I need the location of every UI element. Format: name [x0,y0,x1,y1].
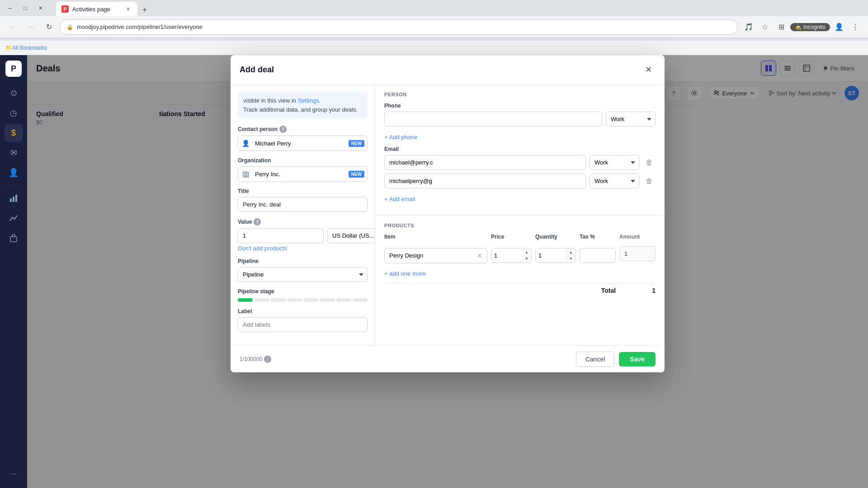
product-tax-input[interactable] [580,248,616,263]
email-input-1[interactable] [384,155,586,170]
delete-email-2-button[interactable]: 🗑 [643,175,656,188]
organization-field: 🏢 NEW [238,166,368,182]
value-row: US Dollar (US... [238,228,368,243]
tab-close-button[interactable]: ✕ [124,5,132,13]
settings-link[interactable]: Settings. [298,97,321,104]
stage-segment-3[interactable] [271,298,286,302]
incognito-icon: 🕵 [795,24,802,30]
stage-segment-8[interactable] [353,298,368,302]
value-help-icon[interactable]: ? [254,218,261,225]
char-count-text: 1/100000 [240,356,262,362]
contact-help-icon[interactable]: ? [279,126,287,133]
sidebar-item-products[interactable] [5,229,23,247]
modal-footer: 1/100000 i Cancel Save [231,346,665,372]
sidebar-item-reports[interactable] [5,189,23,207]
qty-up-button[interactable]: ▲ [566,249,576,256]
stage-segment-7[interactable] [336,298,351,302]
organization-group: Organization 🏢 NEW [238,157,368,182]
main-content: Deals Pin filters [27,55,868,488]
svg-rect-0 [10,198,12,202]
maximize-button[interactable]: □ [19,2,32,14]
cancel-button[interactable]: Cancel [576,352,615,367]
add-email-link[interactable]: + Add email [384,196,415,202]
add-phone-link[interactable]: + Add phone [384,134,417,141]
price-up-button[interactable]: ▲ [522,249,531,256]
phone-label: Phone [384,103,656,109]
bookmarks-bar: 📁 All Bookmarks [0,41,868,55]
sidebar-item-insights[interactable] [5,209,23,227]
delete-email-1-button[interactable]: 🗑 [643,156,656,169]
email-group: Email Work 🗑 [384,146,656,188]
email-input-2[interactable] [384,174,586,188]
stage-segment-6[interactable] [320,298,335,302]
qty-spinners: ▲ ▼ [566,249,576,262]
forward-button[interactable]: → [24,20,38,34]
phone-type-select[interactable]: Work [606,112,656,127]
sidebar: P ⊙ ◷ $ ✉ 👤 ··· [0,55,27,488]
sidebar-item-more[interactable]: ··· [5,465,23,483]
sidebar-logo[interactable]: P [5,61,22,77]
sidebar-item-home[interactable]: ⊙ [5,84,23,102]
window-controls: ─ □ ✕ [4,2,47,14]
organization-input[interactable] [253,167,349,181]
product-amount-display: 1 [619,246,656,261]
product-qty-wrapper: ▲ ▼ [535,248,576,263]
modal-info-box: visible in this view in Settings. Track … [238,92,368,118]
product-row-1: Perry Design ✕ ▲ ▼ [384,246,656,265]
contact-person-input[interactable] [253,136,349,150]
phone-input[interactable] [384,112,602,127]
products-section: PRODUCTS Item Price Quantity Tax % Amoun… [375,216,665,301]
browser-chrome: ─ □ ✕ P Activities page ✕ + ← → ↻ 🔒 mood… [0,0,868,41]
close-window-button[interactable]: ✕ [34,2,47,14]
add-deal-modal: Add deal ✕ visible in this view in Setti… [231,55,665,372]
nav-actions: 🎵 ☆ ⊞ 🕵 Incognito 👤 ⋮ [741,20,863,34]
bookmarks-all[interactable]: All Bookmarks [12,45,47,51]
contact-person-label: Contact person ? [238,126,368,133]
stage-segment-2[interactable] [254,298,269,302]
labels-input[interactable] [238,317,368,332]
products-section-label: PRODUCTS [384,223,656,228]
back-button[interactable]: ← [5,20,20,34]
split-view-button[interactable]: ⊞ [774,20,788,34]
char-count-info-icon[interactable]: i [264,356,271,363]
profile-button[interactable]: 👤 [832,20,846,34]
save-button[interactable]: Save [619,352,656,366]
sidebar-item-mail[interactable]: ✉ [5,144,23,162]
minimize-button[interactable]: ─ [4,2,16,14]
sidebar-item-activities[interactable]: ◷ [5,104,23,122]
email-type-select-2[interactable]: Work [590,174,639,188]
extensions-button[interactable]: ⋮ [848,20,863,34]
product-name-text: Perry Design [389,252,423,259]
email-type-select-1[interactable]: Work [590,155,639,170]
product-price-input[interactable] [491,249,522,263]
url-text: moodjoy.pipedrive.com/pipeline/1/user/ev… [77,23,203,30]
title-input[interactable] [238,197,368,212]
modal-title: Add deal [240,65,274,75]
price-down-button[interactable]: ▼ [522,256,531,262]
currency-select[interactable]: US Dollar (US... [327,228,375,243]
value-group: Value ? US Dollar (US... Don't add produ… [238,218,368,252]
new-tab-button[interactable]: + [138,4,151,16]
refresh-button[interactable]: ↻ [42,20,56,34]
address-bar[interactable]: 🔒 moodjoy.pipedrive.com/pipeline/1/user/… [60,19,738,35]
stage-segment-4[interactable] [287,298,302,302]
modal-close-button[interactable]: ✕ [641,62,656,77]
dont-add-products-link[interactable]: Don't add products [238,245,368,252]
product-clear-button[interactable]: ✕ [477,252,482,259]
qty-down-button[interactable]: ▼ [566,256,576,262]
stage-segment-1[interactable] [238,298,253,302]
media-button[interactable]: 🎵 [741,20,756,34]
product-qty-input[interactable] [536,249,566,263]
person-icon: 👤 [238,136,253,150]
bookmark-star-button[interactable]: ☆ [758,20,772,34]
svg-rect-1 [13,197,14,202]
active-tab[interactable]: P Activities page ✕ [56,2,137,16]
col-price-header: Price [491,234,532,244]
sidebar-item-deals[interactable]: $ [5,124,23,142]
stage-segment-5[interactable] [303,298,318,302]
add-one-more-link[interactable]: + add one more [384,270,425,277]
sidebar-item-contacts[interactable]: 👤 [5,164,23,182]
incognito-badge: 🕵 Incognito [790,23,830,31]
pipeline-select[interactable]: Pipeline [238,267,368,282]
value-amount-input[interactable] [238,228,324,243]
